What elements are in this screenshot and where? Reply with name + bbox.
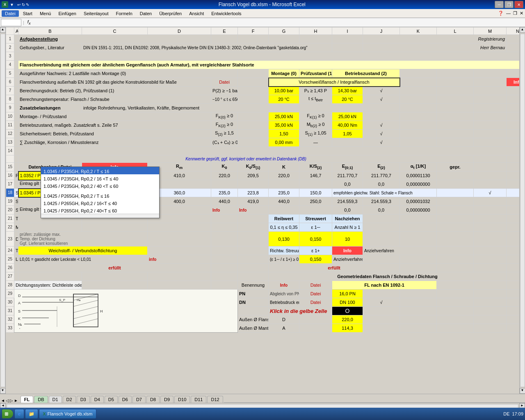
col-header-d[interactable]: D [148, 27, 211, 35]
formula-input[interactable]: 1.0345 / P235GH, Rp0,2 / T ≤ 16 [34, 20, 525, 25]
restore-btn[interactable]: ❒ [504, 1, 514, 8]
sheet-tab-d9[interactable]: D9 [160, 396, 173, 403]
title-bar-controls[interactable]: ─ ❒ ✕ [495, 1, 523, 8]
cell-i30-dn-value[interactable]: DN 100 [332, 298, 363, 307]
sheet-tab-d5[interactable]: D5 [105, 396, 118, 403]
sheet-tab-d6[interactable]: D6 [119, 396, 132, 403]
col-header-k[interactable]: K [400, 27, 437, 35]
sheet-tab-d12[interactable]: D12 [207, 396, 223, 403]
col-header-i[interactable]: I [332, 27, 363, 35]
dropdown-item-4[interactable]: 1.0425 / P265GH, Rp0,2 / T ≤ 16 [41, 192, 159, 199]
cell-g12[interactable]: 1,50 [269, 130, 299, 138]
sheet-tab-d3[interactable]: D3 [77, 396, 90, 403]
menu-seitenlayout[interactable]: Seitenlayout [80, 10, 112, 17]
cell-g13[interactable]: 0,00 mm [269, 138, 299, 147]
col-header-b[interactable]: B [18, 27, 82, 35]
taskbar-ie[interactable]: e [14, 409, 24, 418]
cell-i23[interactable]: 10 [332, 232, 363, 247]
cell-reference[interactable]: D18 [1, 19, 21, 26]
sheet-tab-d7[interactable]: D7 [132, 396, 146, 403]
scroll-right-down-btn[interactable]: ▼ [520, 388, 525, 394]
col-header-h[interactable]: H [299, 27, 332, 35]
cell-k32 [400, 315, 437, 324]
sheet-tab-d8[interactable]: D8 [146, 396, 160, 403]
help-icon[interactable]: ❓ [498, 11, 504, 16]
cell-h28-datei[interactable]: Datei [299, 281, 332, 290]
menu-ansicht[interactable]: Ansicht [186, 10, 207, 17]
restore-excel-icon[interactable]: ❒ [513, 11, 517, 16]
cell-h29-datei[interactable]: Datei [299, 290, 332, 298]
menu-daten[interactable]: Daten [137, 10, 155, 17]
menu-start[interactable]: Start [20, 10, 36, 17]
cell-d25-info[interactable]: info [148, 255, 211, 264]
menu-formeln[interactable]: Formeln [112, 10, 135, 17]
menu-datei[interactable]: Datei [2, 10, 19, 17]
tab-scroll-left2[interactable]: ◁ [6, 398, 9, 403]
start-button[interactable]: ⊞ [2, 409, 14, 418]
col-header-l[interactable]: L [437, 27, 474, 35]
dropdown-item-2[interactable]: 1.0345 / P235GH, Rp0,2 / 40 <T ≤ 60 [41, 182, 159, 189]
cell-b1[interactable]: Aufgabenstellung [18, 35, 211, 43]
cell-i33-val[interactable]: 114,3 [332, 324, 363, 333]
cell-i11[interactable]: 40,00 Nm [332, 121, 363, 130]
tab-scroll-right2[interactable]: ▷ [10, 398, 13, 403]
taskbar-excel[interactable]: X Flansch Vogel db.xlsm [39, 409, 96, 418]
close-btn[interactable]: ✕ [514, 1, 523, 8]
col-header-a[interactable]: A [14, 27, 18, 35]
cell-b24[interactable]: Weichstoff- / Verbundstoffdichtung [18, 247, 148, 255]
sheet-tab-d10[interactable]: D10 [174, 396, 190, 403]
minimize-btn[interactable]: ─ [495, 1, 504, 8]
cell-g11[interactable]: 35,00 kN [269, 121, 299, 130]
cell-f20-info[interactable]: Info [238, 206, 269, 215]
cell-i7[interactable]: 14,30 bar [332, 87, 363, 95]
info-btn-6[interactable]: Info [507, 78, 520, 87]
tab-scroll-right[interactable]: ► [14, 398, 18, 403]
cell-g7[interactable]: 10,00 bar [269, 87, 299, 95]
col-header-n[interactable]: N [507, 27, 520, 35]
cell-h23[interactable]: 0,150 [299, 232, 332, 247]
col-header-c[interactable]: C [82, 27, 148, 35]
dropdown-item-0[interactable]: 1.0345 / P235GH, Rp0,2 / T ≤ 16 [41, 167, 159, 174]
cell-dropdown[interactable]: 1.0345 / P235GH, Rp0,2 / T ≤ 16 1.0345 /… [41, 167, 160, 218]
cell-i29-pn-value[interactable]: 16,0 PN [332, 290, 363, 298]
sheet-tab-d2[interactable]: D2 [63, 396, 76, 403]
scroll-right-up-btn[interactable]: ▲ [520, 27, 525, 33]
sheet-tab-db[interactable]: DB [34, 396, 48, 403]
menu-entwicklertools[interactable]: Entwicklertools [208, 10, 244, 17]
col-header-m[interactable]: M [474, 27, 507, 35]
col-header-f[interactable]: F [238, 27, 269, 35]
sheet-tab-d4[interactable]: D4 [91, 396, 104, 403]
menu-menu[interactable]: Menü [37, 10, 55, 17]
cell-i12[interactable]: 1,05 [332, 130, 363, 138]
cell-e6[interactable]: Datei [211, 78, 238, 87]
sheet-tab-d11[interactable]: D11 [191, 396, 206, 403]
scroll-down-btn[interactable]: ▼ [0, 388, 6, 394]
col-header-j[interactable]: J [363, 27, 400, 35]
close-excel-icon[interactable]: ✕ [520, 11, 523, 16]
cell-g10[interactable]: 25,00 kN [269, 112, 299, 121]
cell-e20-info[interactable]: Info [211, 206, 238, 215]
scroll-up-btn[interactable]: ▲ [0, 27, 6, 33]
sheet-tab-d1[interactable]: D1 [49, 396, 62, 403]
menu-ueberpruefen[interactable]: Überprüfen [156, 10, 185, 17]
col-header-g[interactable]: G [269, 27, 299, 35]
cell-i32-val[interactable]: 220,0 [332, 315, 363, 324]
cell-g28-info[interactable]: Info [269, 281, 299, 290]
dropdown-item-6[interactable]: 1.0425 / P265GH, Rp0,2 / 40<T ≤ 60 [41, 206, 159, 214]
cell-i10[interactable]: 25,00 kN [332, 112, 363, 121]
menu-einfuegen[interactable]: Einfügen [55, 10, 79, 17]
col-header-e[interactable]: E [211, 27, 238, 35]
minimize-excel-icon[interactable]: — [506, 11, 511, 16]
cell-g23[interactable]: 0,130 [269, 232, 299, 247]
tab-scroll-left[interactable]: ◄ [1, 398, 5, 403]
dropdown-item-5[interactable]: 1.0425 / P265GH, Rp0,2 / 16<T ≤ 40 [41, 199, 159, 206]
info-btn-24[interactable]: Info [332, 247, 363, 255]
dropdown-item-1[interactable]: 1.0345 / P235GH, Rp0,2 / 16 <T ≤ 40 [41, 174, 159, 182]
taskbar-explorer[interactable]: 📁 [25, 409, 38, 418]
cell-i31-circle[interactable]: O [332, 307, 363, 315]
sheet-tab-fl[interactable]: FL [21, 396, 33, 403]
cell-h25[interactable]: 0,150 [299, 255, 332, 264]
cell-i8[interactable]: 20 °C [332, 95, 363, 104]
cell-h30-datei[interactable]: Datei [299, 298, 332, 307]
cell-g8[interactable]: 20 °C [269, 95, 299, 104]
